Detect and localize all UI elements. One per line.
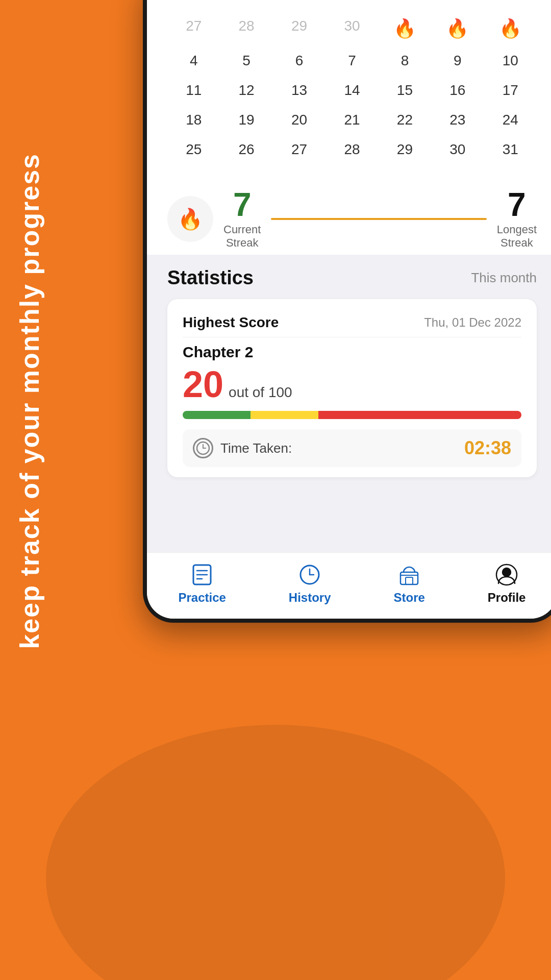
statistics-title: Statistics — [167, 267, 254, 289]
cal-cell-3-4[interactable]: 22 — [379, 107, 431, 133]
cal-cell-4-3[interactable]: 28 — [325, 136, 378, 163]
cal-cell-2-6[interactable]: 17 — [484, 77, 537, 104]
cal-cell-3-0[interactable]: 18 — [167, 107, 220, 133]
chapter-label: Chapter 2 — [183, 344, 521, 361]
card-header-row: Highest Score Thu, 01 Dec 2022 — [183, 314, 521, 331]
nav-label-profile: Profile — [488, 591, 526, 605]
time-value: 02:38 — [464, 437, 511, 459]
day-header-sat: Sat — [484, 0, 537, 8]
streak-row: 🔥 7 CurrentStreak 7 LongestStreak — [147, 178, 551, 255]
nav-label-history: History — [289, 591, 331, 605]
fire-icon: 🔥 — [393, 18, 416, 39]
cal-cell-3-3[interactable]: 21 — [325, 107, 378, 133]
calendar-section: Sun Mon Tue Wed Thu Fri Sat 27282930🔥🔥🔥4… — [147, 0, 551, 178]
streak-divider: 7 CurrentStreak 7 LongestStreak — [223, 188, 537, 250]
scrollable-content: Sun Mon Tue Wed Thu Fri Sat 27282930🔥🔥🔥4… — [147, 0, 551, 552]
calendar-grid: 27282930🔥🔥🔥45678910111213141516171819202… — [167, 13, 537, 163]
cal-cell-4-2[interactable]: 27 — [273, 136, 325, 163]
day-header-sun: Sun — [167, 0, 220, 8]
bottom-nav: Practice History Store — [147, 552, 551, 619]
current-streak-value: 7 — [223, 188, 261, 221]
cal-cell-4-0[interactable]: 25 — [167, 136, 220, 163]
flame-circle: 🔥 — [167, 196, 213, 242]
nav-label-store: Store — [393, 591, 424, 605]
cal-cell-0-6[interactable]: 🔥 — [484, 13, 537, 44]
nav-item-profile[interactable]: Profile — [488, 562, 526, 605]
cal-cell-1-3[interactable]: 7 — [325, 47, 378, 74]
time-taken-label: Time Taken: — [220, 440, 292, 456]
time-left: Time Taken: — [193, 438, 292, 458]
cal-cell-1-6[interactable]: 10 — [484, 47, 537, 74]
cal-cell-2-2[interactable]: 13 — [273, 77, 325, 104]
cal-cell-0-0[interactable]: 27 — [167, 13, 220, 44]
score-out-of: out of 100 — [229, 384, 292, 401]
score-date: Thu, 01 Dec 2022 — [424, 315, 521, 330]
time-row: Time Taken: 02:38 — [183, 429, 521, 467]
svg-point-14 — [503, 568, 511, 576]
progress-red — [318, 411, 521, 419]
phone-frame: Sun Mon Tue Wed Thu Fri Sat 27282930🔥🔥🔥4… — [143, 0, 551, 623]
svg-rect-11 — [406, 577, 413, 584]
nav-label-practice: Practice — [178, 591, 226, 605]
calendar-header: Sun Mon Tue Wed Thu Fri Sat — [167, 0, 537, 8]
longest-streak-value: 7 — [497, 188, 537, 221]
cal-cell-0-4[interactable]: 🔥 — [379, 13, 431, 44]
nav-item-practice[interactable]: Practice — [178, 562, 226, 605]
cal-cell-3-6[interactable]: 24 — [484, 107, 537, 133]
statistics-header: Statistics This month — [167, 267, 537, 289]
cal-cell-2-1[interactable]: 12 — [220, 77, 272, 104]
progress-bar — [183, 411, 521, 419]
score-display: 20 out of 100 — [183, 366, 521, 403]
progress-yellow — [251, 411, 318, 419]
cal-cell-0-1[interactable]: 28 — [220, 13, 272, 44]
day-header-wed: Wed — [325, 0, 378, 8]
history-icon — [297, 562, 322, 587]
cal-cell-2-4[interactable]: 15 — [379, 77, 431, 104]
statistics-section: Statistics This month Highest Score Thu,… — [147, 255, 551, 485]
svg-rect-10 — [400, 572, 418, 584]
cal-cell-4-1[interactable]: 26 — [220, 136, 272, 163]
statistics-period: This month — [471, 270, 537, 286]
score-big: 20 — [183, 366, 223, 403]
day-header-thu: Thu — [379, 0, 431, 8]
cal-cell-4-6[interactable]: 31 — [484, 136, 537, 163]
progress-green — [183, 411, 251, 419]
cal-cell-3-1[interactable]: 19 — [220, 107, 272, 133]
cal-cell-0-2[interactable]: 29 — [273, 13, 325, 44]
flame-icon: 🔥 — [178, 207, 203, 231]
streak-divider-line — [271, 218, 486, 220]
cal-cell-3-5[interactable]: 23 — [431, 107, 484, 133]
statistics-card: Highest Score Thu, 01 Dec 2022 Chapter 2… — [167, 299, 537, 477]
fire-icon: 🔥 — [446, 18, 469, 39]
cal-cell-1-5[interactable]: 9 — [431, 47, 484, 74]
nav-item-store[interactable]: Store — [393, 562, 424, 605]
store-icon — [396, 562, 422, 587]
fire-icon: 🔥 — [499, 18, 522, 39]
longest-streak-label: LongestStreak — [497, 223, 537, 250]
practice-icon — [189, 562, 215, 587]
day-header-fri: Fri — [431, 0, 484, 8]
card-divider — [183, 337, 521, 337]
profile-icon — [494, 562, 519, 587]
cal-cell-1-0[interactable]: 4 — [167, 47, 220, 74]
cal-cell-4-4[interactable]: 29 — [379, 136, 431, 163]
nav-item-history[interactable]: History — [289, 562, 331, 605]
cal-cell-2-3[interactable]: 14 — [325, 77, 378, 104]
cal-cell-1-1[interactable]: 5 — [220, 47, 272, 74]
cal-cell-1-4[interactable]: 8 — [379, 47, 431, 74]
cal-cell-0-3[interactable]: 30 — [325, 13, 378, 44]
cal-cell-2-5[interactable]: 16 — [431, 77, 484, 104]
highest-score-label: Highest Score — [183, 314, 279, 331]
cal-cell-1-2[interactable]: 6 — [273, 47, 325, 74]
current-streak-item: 7 CurrentStreak — [223, 188, 261, 250]
cal-cell-2-0[interactable]: 11 — [167, 77, 220, 104]
day-header-tue: Tue — [273, 0, 325, 8]
longest-streak-item: 7 LongestStreak — [497, 188, 537, 250]
clock-icon — [193, 438, 213, 458]
current-streak-label: CurrentStreak — [223, 223, 261, 250]
phone-screen: Sun Mon Tue Wed Thu Fri Sat 27282930🔥🔥🔥4… — [147, 0, 551, 619]
day-header-mon: Mon — [220, 0, 272, 8]
cal-cell-3-2[interactable]: 20 — [273, 107, 325, 133]
cal-cell-4-5[interactable]: 30 — [431, 136, 484, 163]
cal-cell-0-5[interactable]: 🔥 — [431, 13, 484, 44]
